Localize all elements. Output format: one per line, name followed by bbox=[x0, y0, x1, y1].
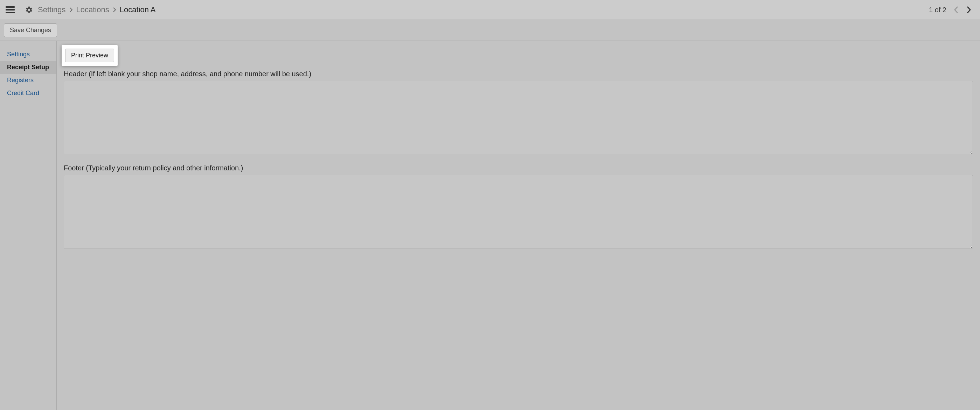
breadcrumb: Settings Locations Location A bbox=[38, 5, 156, 14]
settings-icon-wrap bbox=[20, 6, 38, 14]
sidebar-item-settings[interactable]: Settings bbox=[0, 48, 56, 61]
menu-button[interactable] bbox=[0, 0, 20, 20]
body: Settings Receipt Setup Registers Credit … bbox=[0, 41, 980, 410]
pager-count: 1 of 2 bbox=[929, 6, 947, 14]
sidebar-item-credit-card[interactable]: Credit Card bbox=[0, 87, 56, 100]
print-preview-highlight: Print Preview bbox=[62, 45, 118, 66]
footer-field-label: Footer (Typically your return policy and… bbox=[64, 164, 973, 172]
chevron-right-icon bbox=[966, 6, 972, 14]
app-header: Settings Locations Location A 1 of 2 bbox=[0, 0, 980, 20]
save-changes-button[interactable]: Save Changes bbox=[4, 24, 57, 37]
chevron-left-icon bbox=[953, 6, 959, 14]
sidebar-item-receipt-setup[interactable]: Receipt Setup bbox=[0, 61, 56, 74]
pager-next-button[interactable] bbox=[964, 5, 974, 15]
header-textarea[interactable] bbox=[64, 81, 973, 154]
breadcrumb-current: Location A bbox=[120, 5, 156, 14]
chevron-right-icon bbox=[67, 6, 75, 14]
chevron-right-icon bbox=[111, 6, 118, 14]
print-preview-button[interactable]: Print Preview bbox=[65, 49, 114, 62]
sidebar: Settings Receipt Setup Registers Credit … bbox=[0, 41, 57, 410]
toolbar: Save Changes bbox=[0, 20, 980, 41]
hamburger-icon bbox=[6, 6, 15, 13]
header-field-label: Header (If left blank your shop name, ad… bbox=[64, 70, 973, 78]
pager: 1 of 2 bbox=[929, 5, 980, 15]
sidebar-item-registers[interactable]: Registers bbox=[0, 74, 56, 87]
main-content: Print Preview Header (If left blank your… bbox=[57, 41, 980, 410]
breadcrumb-locations[interactable]: Locations bbox=[76, 5, 109, 14]
gear-icon bbox=[25, 6, 33, 14]
footer-textarea[interactable] bbox=[64, 175, 973, 249]
breadcrumb-settings[interactable]: Settings bbox=[38, 5, 66, 14]
pager-prev-button[interactable] bbox=[951, 5, 961, 15]
